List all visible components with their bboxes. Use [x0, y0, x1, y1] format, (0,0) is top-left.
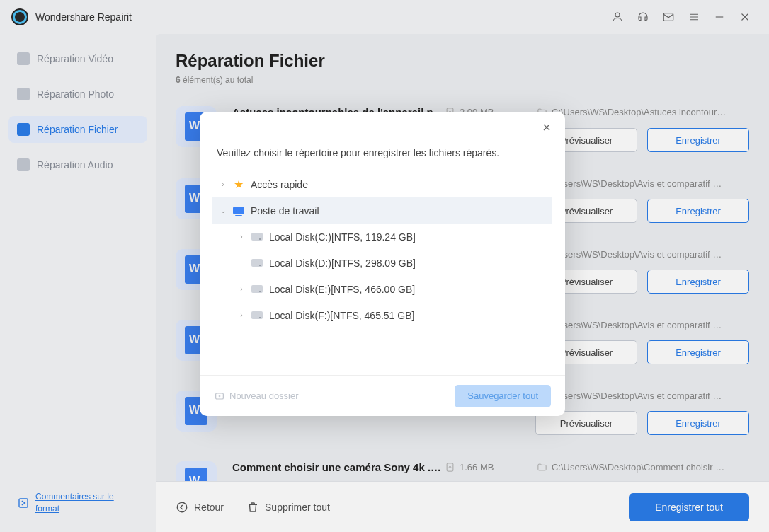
feedback-link[interactable]: Commentaires sur le format [8, 485, 147, 521]
save-all-button[interactable]: Enregistrer tout [629, 493, 749, 521]
save-button[interactable]: Enregistrer [647, 411, 749, 435]
delete-all-button[interactable]: Supprimer tout [246, 501, 330, 514]
modal-close-button[interactable] [541, 122, 555, 136]
save-button[interactable]: Enregistrer [647, 199, 749, 223]
chevron-down-icon: ⌄ [218, 207, 228, 214]
file-path: :\Users\WS\Desktop\Avis et comparatif … [537, 320, 749, 330]
tree-quick-access[interactable]: ›★Accès rapide [212, 171, 552, 197]
file-path: C:\Users\WS\Desktop\Comment choisir … [537, 462, 749, 473]
modal-save-all-button[interactable]: Sauvegarder tout [455, 385, 551, 407]
svg-rect-1 [663, 13, 673, 21]
support-icon[interactable] [630, 4, 656, 30]
close-icon[interactable] [732, 4, 758, 30]
save-button[interactable]: Enregistrer [647, 270, 749, 294]
back-button[interactable]: Retour [176, 501, 224, 514]
tree-drive[interactable]: ›Local Disk(F:)[NTFS, 465.51 GB] [212, 302, 552, 328]
tree-drive[interactable]: ›Local Disk(C:)[NTFS, 119.24 GB] [212, 224, 552, 250]
directory-tree: ›★Accès rapide ⌄Poste de travail ›Local … [212, 171, 552, 375]
file-path: :\Users\WS\Desktop\Avis et comparatif … [537, 178, 749, 189]
file-path: C:\Users\WS\Desktop\Astuces incontour… [537, 107, 749, 117]
drive-icon [251, 283, 263, 296]
audio-icon [17, 158, 30, 171]
doc-icon [176, 461, 217, 481]
pc-icon [232, 204, 245, 217]
page-title: Réparation Fichier [176, 51, 749, 71]
file-path: :\Users\WS\Desktop\Avis et comparatif … [537, 249, 749, 260]
menu-icon[interactable] [681, 4, 707, 30]
sidebar: Réparation Vidéo Réparation Photo Répara… [0, 34, 156, 532]
titlebar: Wondershare Repairit [0, 0, 769, 34]
app-logo [11, 8, 28, 25]
file-row: Comment choisir une caméra Sony 4k .docx… [176, 449, 749, 481]
star-icon: ★ [232, 178, 245, 191]
file-path: :\Users\WS\Desktop\Avis et comparatif … [537, 391, 749, 401]
save-directory-modal: Veuillez choisir le répertoire pour enre… [200, 112, 565, 416]
svg-point-0 [615, 13, 620, 17]
drive-icon [251, 231, 263, 243]
footer: Retour Supprimer tout Enregistrer tout [156, 481, 769, 532]
save-button[interactable]: Enregistrer [647, 128, 749, 152]
sidebar-item-file[interactable]: Réparation Fichier [8, 116, 147, 143]
account-icon[interactable] [605, 4, 630, 30]
chevron-right-icon: › [237, 311, 246, 319]
file-size: 1.66 MB [445, 462, 537, 473]
chevron-right-icon: › [237, 285, 246, 293]
svg-rect-2 [19, 499, 28, 507]
svg-point-7 [177, 502, 187, 512]
page-subtitle: 6 élément(s) au total [176, 75, 749, 85]
chevron-right-icon: › [218, 180, 228, 188]
modal-message: Veuillez choisir le répertoire pour enre… [200, 112, 565, 171]
app-title: Wondershare Repairit [35, 11, 132, 23]
mail-icon[interactable] [656, 4, 681, 30]
file-name: Comment choisir une caméra Sony 4k .docx [232, 461, 445, 473]
video-icon [17, 52, 30, 65]
sidebar-item-photo[interactable]: Réparation Photo [8, 81, 147, 108]
sidebar-item-audio[interactable]: Réparation Audio [8, 151, 147, 178]
chevron-right-icon: › [237, 233, 246, 241]
tree-drive[interactable]: ›Local Disk(E:)[NTFS, 466.00 GB] [212, 276, 552, 302]
photo-icon [17, 88, 30, 100]
svg-point-6 [449, 466, 451, 468]
save-button[interactable]: Enregistrer [647, 340, 749, 364]
new-folder-button[interactable]: Nouveau dossier [214, 391, 299, 402]
sidebar-item-video[interactable]: Réparation Vidéo [8, 45, 147, 72]
drive-icon [251, 257, 263, 270]
svg-rect-5 [447, 463, 453, 471]
drive-icon [251, 309, 263, 322]
minimize-icon[interactable] [707, 4, 732, 30]
tree-drive[interactable]: Local Disk(D:)[NTFS, 298.09 GB] [212, 250, 552, 276]
file-icon [17, 123, 30, 136]
tree-this-pc[interactable]: ⌄Poste de travail [212, 197, 552, 224]
